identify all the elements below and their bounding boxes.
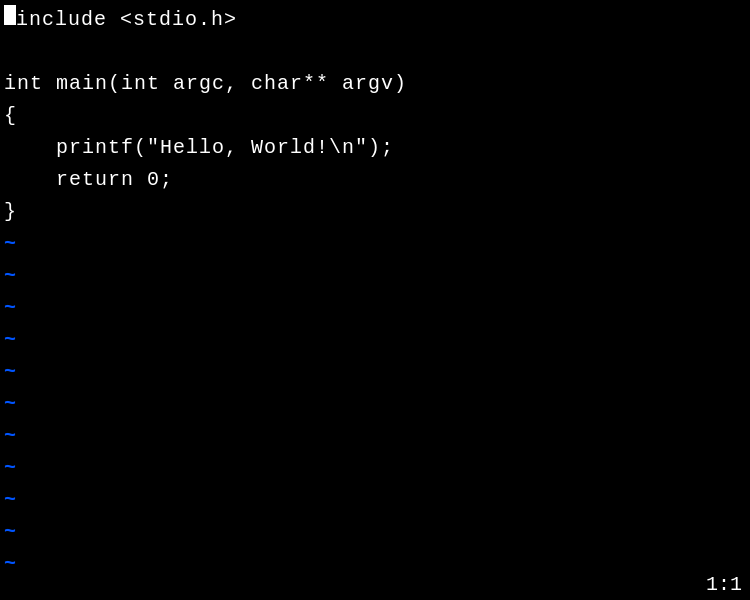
code-line-2	[0, 36, 750, 68]
tilde-line-3: ~	[0, 292, 750, 324]
code-line-7: }	[0, 196, 750, 228]
status-bar: 1:1	[698, 569, 750, 600]
tilde-line-11: ~	[0, 548, 750, 580]
code-line-4: {	[0, 100, 750, 132]
code-line-1: include <stdio.h>	[0, 4, 750, 36]
tilde-line-2: ~	[0, 260, 750, 292]
code-line-3: int main(int argc, char** argv)	[0, 68, 750, 100]
tilde-line-8: ~	[0, 452, 750, 484]
line-4-text: {	[4, 100, 17, 132]
tilde-line-5: ~	[0, 356, 750, 388]
tilde-line-1: ~	[0, 228, 750, 260]
line-7-text: }	[4, 196, 17, 228]
line-6-text: return 0;	[4, 164, 173, 196]
line-1-text: include <stdio.h>	[16, 4, 237, 36]
line-3-text: int main(int argc, char** argv)	[4, 68, 407, 100]
tilde-line-10: ~	[0, 516, 750, 548]
tilde-line-9: ~	[0, 484, 750, 516]
code-line-5: printf("Hello, World!\n");	[0, 132, 750, 164]
tilde-line-4: ~	[0, 324, 750, 356]
editor-area[interactable]: include <stdio.h> int main(int argc, cha…	[0, 0, 750, 600]
tilde-line-6: ~	[0, 388, 750, 420]
line-5-text: printf("Hello, World!\n");	[4, 132, 394, 164]
cursor	[4, 5, 16, 25]
tilde-line-7: ~	[0, 420, 750, 452]
code-line-6: return 0;	[0, 164, 750, 196]
cursor-position: 1:1	[706, 573, 742, 596]
